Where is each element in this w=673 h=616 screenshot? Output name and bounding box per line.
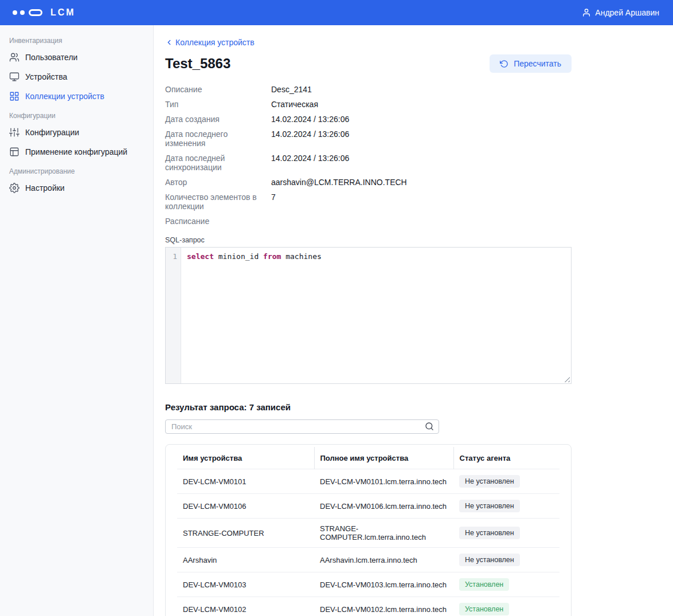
agent-status-badge: Не установлен — [459, 527, 520, 539]
results-table-card: Имя устройства Полное имя устройства Ста… — [165, 444, 572, 616]
sidebar-item-device-collections[interactable]: Конфигурации Коллекции устройств — [0, 87, 153, 106]
recalculate-button[interactable]: Пересчитать — [490, 54, 572, 73]
layout-icon — [9, 147, 19, 157]
detail-row: Дата последнего изменения 14.02.2024 / 1… — [165, 127, 572, 151]
device-name-cell: DEV-LCM-VM0103 — [177, 572, 314, 597]
detail-row: Дата создания 14.02.2024 / 13:26:06 — [165, 112, 572, 127]
users-icon — [9, 52, 19, 62]
detail-row: Расписание — [165, 214, 572, 229]
table-row[interactable]: DEV-LCM-VM0103 DEV-LCM-VM0103.lcm.terra.… — [177, 572, 559, 597]
sidebar-item-configurations[interactable]: Конфигурации — [0, 123, 153, 142]
detail-row: Тип Статическая — [165, 97, 572, 112]
detail-row: Количество элементов в коллекции 7 — [165, 190, 572, 214]
back-link-label: Коллекция устройств — [175, 38, 255, 47]
sidebar-section-title: Инвентаризация — [0, 31, 153, 48]
sidebar-section-title: Конфигурации — [0, 106, 153, 123]
table-row[interactable]: AArshavin AArshavin.lcm.terra.inno.tech … — [177, 548, 559, 572]
table-row[interactable]: DEV-LCM-VM0102 DEV-LCM-VM0102.lcm.terra.… — [177, 597, 559, 616]
detail-value: 14.02.2024 / 13:26:06 — [271, 154, 349, 172]
table-row[interactable]: STRANGE-COMPUTER STRANGE-COMPUTER.lcm.te… — [177, 519, 559, 548]
sql-keyword: from — [263, 252, 281, 261]
sql-line-number: 1 — [166, 248, 181, 383]
chevron-left-icon — [165, 38, 173, 46]
table-header-row: Имя устройства Полное имя устройства Ста… — [177, 447, 559, 469]
sidebar-item-settings[interactable]: Настройки — [0, 178, 153, 198]
detail-label: Расписание — [165, 217, 271, 226]
agent-status-badge: Установлен — [459, 578, 509, 591]
collection-details: Описание Desc_2141 Тип Статическая Дата … — [165, 82, 572, 229]
results-heading: Результат запроса: 7 записей — [165, 402, 572, 412]
logo-ring-icon — [29, 9, 42, 16]
detail-label: Дата последнего изменения — [165, 130, 271, 148]
detail-label: Дата создания — [165, 115, 271, 124]
results-table: Имя устройства Полное имя устройства Ста… — [177, 447, 559, 616]
main-content: Коллекция устройств Test_5863 Пересчитат… — [154, 25, 673, 616]
sidebar-item-apply-configurations[interactable]: Применение конфигураций — [0, 142, 153, 162]
sidebar-item-users[interactable]: Пользователи — [0, 48, 153, 67]
search-input[interactable] — [165, 419, 439, 434]
device-full-name-cell: STRANGE-COMPUTER.lcm.terra.inno.tech — [314, 519, 453, 548]
user-name: Андрей Аршавин — [595, 8, 659, 17]
device-full-name-cell: DEV-LCM-VM0102.lcm.terra.inno.tech — [314, 597, 453, 616]
device-name-cell: AArshavin — [177, 548, 314, 572]
gear-icon — [9, 183, 19, 193]
detail-label: Дата последней синхронизации — [165, 154, 271, 172]
detail-value: 14.02.2024 / 13:26:06 — [271, 115, 349, 124]
sidebar-item-label: Коллекции устройств — [25, 92, 104, 101]
agent-status-badge: Не установлен — [459, 554, 520, 566]
column-header-agent-status: Статус агента — [453, 447, 559, 469]
sidebar-item-label: Конфигурации — [25, 128, 79, 137]
device-name-cell: STRANGE-COMPUTER — [177, 519, 314, 548]
sql-editor[interactable]: 1 select minion_id from machines — [165, 247, 572, 384]
sidebar-item-label: Настройки — [25, 183, 65, 193]
detail-value: Статическая — [271, 100, 318, 109]
detail-value: 7 — [271, 193, 276, 211]
sql-text: machines — [281, 252, 321, 261]
sidebar-item-label: Пользователи — [25, 53, 77, 62]
user-menu[interactable]: Андрей Аршавин — [582, 8, 659, 17]
logo-dot-icon — [20, 10, 25, 15]
device-name-cell: DEV-LCM-VM0106 — [177, 494, 314, 519]
column-header-full-name: Полное имя устройства — [314, 447, 453, 469]
device-full-name-cell: DEV-LCM-VM0101.lcm.terra.inno.tech — [314, 469, 453, 494]
sql-text: minion_id — [214, 252, 263, 261]
back-link[interactable]: Коллекция устройств — [165, 38, 255, 47]
sidebar-item-label: Устройства — [25, 72, 67, 81]
device-name-cell: DEV-LCM-VM0101 — [177, 469, 314, 494]
search-icon[interactable] — [425, 422, 434, 431]
device-full-name-cell: DEV-LCM-VM0106.lcm.terra.inno.tech — [314, 494, 453, 519]
detail-label: Количество элементов в коллекции — [165, 193, 271, 211]
logo-text: LCM — [50, 7, 76, 18]
agent-status-badge: Не установлен — [459, 500, 520, 512]
page-title: Test_5863 — [165, 56, 230, 72]
logo-dot-icon — [13, 10, 17, 15]
sql-code[interactable]: select minion_id from machines — [181, 248, 327, 383]
detail-row: Дата последней синхронизации 14.02.2024 … — [165, 151, 572, 175]
app-window: LCM Андрей Аршавин Инвентаризация Пользо… — [0, 0, 673, 616]
sidebar-item-devices[interactable]: Устройства — [0, 67, 153, 87]
detail-label: Описание — [165, 85, 271, 94]
column-header-device-name: Имя устройства — [177, 447, 314, 469]
detail-row: Автор aarshavin@LCM.TERRA.INNO.TECH — [165, 175, 572, 190]
monitor-icon — [9, 72, 19, 82]
top-bar: LCM Андрей Аршавин — [0, 0, 673, 25]
device-full-name-cell: DEV-LCM-VM0103.lcm.terra.inno.tech — [314, 572, 453, 597]
agent-status-badge: Не установлен — [459, 475, 520, 488]
sidebar-section-title: Администрирование — [0, 162, 153, 178]
device-full-name-cell: AArshavin.lcm.terra.inno.tech — [314, 548, 453, 572]
device-name-cell: DEV-LCM-VM0102 — [177, 597, 314, 616]
sql-keyword: select — [187, 252, 214, 261]
detail-value: aarshavin@LCM.TERRA.INNO.TECH — [271, 178, 407, 187]
agent-status-badge: Установлен — [459, 603, 509, 615]
sidebar-item-label: Применение конфигураций — [25, 147, 127, 156]
table-row[interactable]: DEV-LCM-VM0106 DEV-LCM-VM0106.lcm.terra.… — [177, 494, 559, 519]
user-icon — [582, 8, 591, 17]
resize-handle[interactable] — [562, 375, 570, 382]
detail-label: Тип — [165, 100, 271, 109]
detail-value: 14.02.2024 / 13:26:06 — [271, 130, 349, 148]
sidebar: Инвентаризация Пользователи Устройства К… — [0, 25, 154, 616]
detail-label: Автор — [165, 178, 271, 187]
table-row[interactable]: DEV-LCM-VM0101 DEV-LCM-VM0101.lcm.terra.… — [177, 469, 559, 494]
recalculate-button-label: Пересчитать — [514, 59, 561, 68]
grid-icon — [9, 91, 19, 101]
